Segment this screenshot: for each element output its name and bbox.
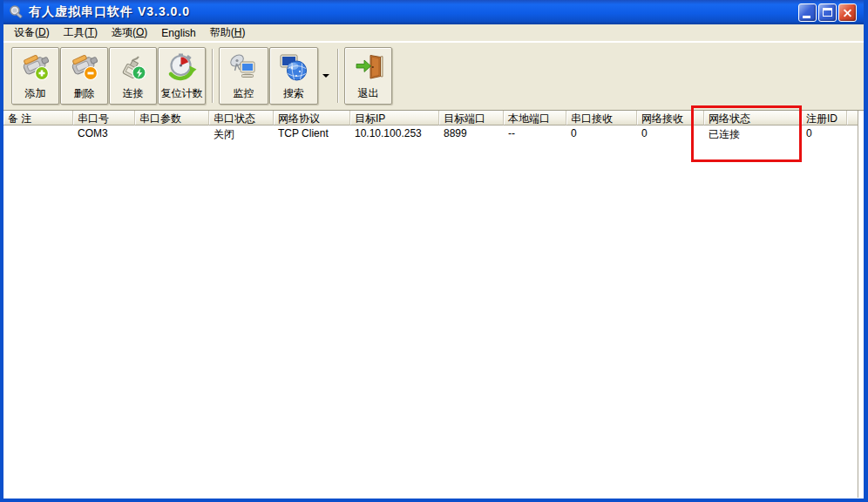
toolbar-separator (337, 49, 339, 103)
reset-counter-button[interactable]: 复位计数 (158, 47, 206, 105)
column-header-serial-rx[interactable]: 串口接收 (566, 111, 637, 126)
column-header-target-port[interactable]: 目标端口 (439, 111, 504, 126)
cell-net-status: 已连接 (704, 127, 802, 142)
monitor-button-label: 监控 (234, 86, 254, 104)
connect-icon (119, 48, 148, 86)
delete-button-label: 删除 (74, 86, 95, 104)
connect-button-label: 连接 (123, 86, 144, 104)
search-button-label: 搜索 (283, 86, 304, 104)
toolbar: 添加 删除 (3, 42, 864, 111)
cell-net-rx: 0 (637, 127, 704, 142)
cell-net-protocol: TCP Client (274, 127, 350, 142)
column-header-register-id[interactable]: 注册ID (802, 111, 847, 126)
column-header-filler (847, 111, 858, 126)
exit-icon (354, 48, 383, 86)
menu-device[interactable]: 设备(D) (7, 24, 57, 42)
cell-serial-rx: 0 (566, 127, 637, 142)
close-button[interactable] (838, 3, 857, 22)
cell-port-params (135, 127, 209, 142)
search-icon (279, 48, 309, 86)
device-listview: 备 注 串口号 串口参数 串口状态 网络协议 目标IP 目标端口 本地端口 串口… (3, 111, 864, 498)
titlebar: 有人虚拟串口软件 V3.3.0.0 (3, 0, 864, 24)
cell-remark (3, 127, 73, 142)
maximize-button[interactable] (818, 3, 837, 22)
reset-counter-button-label: 复位计数 (161, 86, 203, 104)
column-header-net-status[interactable]: 网络状态 (704, 111, 802, 126)
column-header-port-status[interactable]: 串口状态 (209, 111, 274, 126)
listview-body: 备 注 串口号 串口参数 串口状态 网络协议 目标IP 目标端口 本地端口 串口… (3, 111, 858, 498)
menu-tools[interactable]: 工具(T) (57, 24, 105, 42)
toolbar-separator (212, 49, 214, 103)
search-dropdown-arrow[interactable] (319, 47, 332, 105)
exit-button[interactable]: 退出 (344, 47, 392, 105)
add-button-label: 添加 (25, 86, 46, 104)
menu-help[interactable]: 帮助(H) (203, 24, 253, 42)
menubar: 设备(D) 工具(T) 选项(O) English 帮助(H) (3, 24, 864, 42)
table-row[interactable]: COM3 关闭 TCP Client 10.10.100.253 8899 --… (3, 127, 858, 142)
column-header-net-protocol[interactable]: 网络协议 (274, 111, 350, 126)
column-header-port-params[interactable]: 串口参数 (135, 111, 209, 126)
monitor-button[interactable]: 监控 (219, 47, 268, 105)
connect-button[interactable]: 连接 (109, 47, 157, 105)
cell-target-port: 8899 (439, 127, 504, 142)
minimize-button[interactable] (798, 3, 817, 22)
app-window: 有人虚拟串口软件 V3.3.0.0 设备(D) 工具(T) 选项(O) Engl… (0, 0, 868, 502)
column-header-remark[interactable]: 备 注 (3, 111, 73, 126)
menu-english[interactable]: English (154, 25, 202, 41)
column-header-local-port[interactable]: 本地端口 (504, 111, 566, 126)
column-header-target-ip[interactable]: 目标IP (350, 111, 439, 126)
minimize-icon (803, 16, 810, 18)
cell-local-port: -- (504, 127, 566, 142)
exit-button-label: 退出 (358, 86, 379, 104)
reset-counter-icon (167, 48, 197, 86)
serial-port-remove-icon (70, 48, 99, 86)
window-title: 有人虚拟串口软件 V3.3.0.0 (29, 4, 190, 20)
delete-button[interactable]: 删除 (60, 47, 108, 105)
cell-com-port: COM3 (73, 127, 135, 142)
cell-register-id: 0 (802, 127, 847, 142)
serial-port-add-icon (21, 48, 51, 86)
menu-options[interactable]: 选项(O) (105, 24, 154, 42)
cell-port-status: 关闭 (209, 127, 274, 142)
column-header-net-rx[interactable]: 网络接收 (637, 111, 704, 126)
listview-header: 备 注 串口号 串口参数 串口状态 网络协议 目标IP 目标端口 本地端口 串口… (3, 111, 858, 126)
monitor-icon (229, 48, 259, 86)
add-button[interactable]: 添加 (11, 47, 59, 105)
search-button[interactable]: 搜索 (269, 47, 318, 105)
maximize-icon (823, 8, 832, 17)
app-magnifier-icon (9, 4, 24, 20)
cell-target-ip: 10.10.100.253 (350, 127, 439, 142)
column-header-com-port[interactable]: 串口号 (73, 111, 135, 126)
